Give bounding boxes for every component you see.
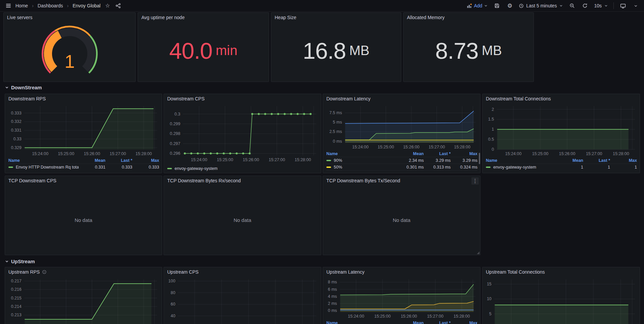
legend-series-name[interactable]: 99% xyxy=(326,172,397,172)
legend-column-mean[interactable]: Mean xyxy=(397,321,424,324)
legend-column-max[interactable]: Max xyxy=(132,158,159,163)
panel-header[interactable]: Downstream CPS xyxy=(164,94,321,103)
legend-column-name[interactable]: Name xyxy=(8,158,79,163)
legend-scrollbar[interactable] xyxy=(479,153,480,164)
legend-value: 0.313 ms xyxy=(424,165,451,170)
upstream-rps-chart[interactable]: 0.2170.2160.2150.2140.213 xyxy=(6,277,160,324)
legend-column-mean[interactable]: Mean xyxy=(556,158,583,163)
legend-series-label: 50% xyxy=(334,165,342,170)
legend-series-name[interactable]: 90% xyxy=(326,158,397,163)
upstream-cps-chart[interactable]: 100806040 xyxy=(165,277,320,324)
stat-value-container: 8.73 MB xyxy=(404,22,534,79)
navbar-left: Home › Dashboards › Envoy Global ☆ xyxy=(5,2,122,9)
panel-header[interactable]: TCP Downstream Bytes Rx/second xyxy=(164,176,321,185)
panel-header[interactable]: Allocated Memory xyxy=(404,13,534,22)
panel-header[interactable]: Upstream CPS xyxy=(164,267,321,277)
panel-title: Avg uptime per node xyxy=(141,15,185,20)
legend-column-last[interactable]: Last * xyxy=(424,151,451,156)
svg-text:0.332: 0.332 xyxy=(11,119,21,124)
legend-row[interactable]: 99%4.89 ms8 ms8 ms xyxy=(326,170,477,172)
panel-downstream-cps: Downstream CPS 15:24:0015:25:0015:26:001… xyxy=(164,94,321,173)
no-data-message: No data xyxy=(323,185,480,255)
stat-unit: MB xyxy=(482,43,502,58)
downstream-cps-chart[interactable]: 15:24:0015:25:0015:26:0015:27:0015:28:00… xyxy=(165,103,320,164)
panel-header[interactable]: Downstream Latency xyxy=(323,94,480,103)
svg-text:15:28:00: 15:28:00 xyxy=(136,151,152,156)
svg-text:15:28:00: 15:28:00 xyxy=(454,314,470,319)
downstream-rps-chart[interactable]: 15:24:0015:25:0015:26:0015:27:0015:28:00… xyxy=(6,103,160,157)
zoom-out-time-icon[interactable] xyxy=(568,2,576,9)
legend-column-name[interactable]: Name xyxy=(326,151,397,156)
svg-text:15:24:00: 15:24:00 xyxy=(505,151,522,156)
panel-upstream-cps: Upstream CPS 100806040 xyxy=(164,267,321,324)
upstream-total-connections-chart[interactable]: 15105 xyxy=(484,277,638,324)
svg-text:0.299: 0.299 xyxy=(170,122,180,126)
no-data-message: No data xyxy=(164,185,321,255)
downstream-latency-chart[interactable]: 15:24:0015:25:0015:26:0015:27:0015:28:00… xyxy=(324,103,479,151)
chevron-down-icon xyxy=(484,4,488,8)
legend-column-name[interactable]: Name xyxy=(326,321,397,324)
settings-gear-icon[interactable]: ⚙ xyxy=(506,2,513,9)
panel-menu-kebab-icon[interactable]: ⋮ xyxy=(471,177,479,185)
svg-text:0.217: 0.217 xyxy=(11,279,21,283)
refresh-interval-picker[interactable]: 10s xyxy=(594,3,608,8)
time-range-picker[interactable]: Last 5 minutes xyxy=(519,3,563,8)
svg-text:0.3: 0.3 xyxy=(175,112,180,117)
svg-text:2 ms: 2 ms xyxy=(328,301,337,306)
legend-row[interactable]: Envoy HTTP Downstream Rq total0.3310.333… xyxy=(8,164,159,170)
legend-column-max[interactable]: Max xyxy=(451,151,477,156)
legend-series-label: 99% xyxy=(334,172,342,172)
legend-item[interactable]: envoy-gateway-system xyxy=(167,166,218,171)
panel-upstream-total-connections: Upstream Total Connections 15105 xyxy=(482,267,640,324)
legend-column-mean[interactable]: Mean xyxy=(79,158,105,163)
downstream-total-connections-chart[interactable]: 15:24:0015:25:0015:26:0015:27:0015:28:00… xyxy=(484,103,638,157)
section-row-upstream[interactable]: UpStream xyxy=(5,259,35,264)
legend-row[interactable]: envoy-gateway-system111 xyxy=(486,164,637,170)
add-label: Add xyxy=(474,3,482,8)
panel-header[interactable]: TCP Downstream CPS xyxy=(5,176,162,185)
save-dashboard-icon[interactable] xyxy=(493,2,501,9)
upstream-latency-chart[interactable]: 15:24:0015:25:0015:26:0015:27:0015:28:00… xyxy=(324,277,479,320)
panel-header[interactable]: Downstream Total Connections xyxy=(482,94,640,103)
share-icon[interactable] xyxy=(114,2,122,9)
legend-series-name[interactable]: Envoy HTTP Downstream Rq total xyxy=(8,165,79,170)
legend-value: 0.331 xyxy=(79,165,105,170)
chart-svg: 15105 xyxy=(484,277,638,324)
panel-header[interactable]: TCP Downstream Bytes Tx/Second xyxy=(323,176,480,185)
svg-text:0.216: 0.216 xyxy=(11,287,21,292)
legend-column-max[interactable]: Max xyxy=(610,158,637,163)
refresh-icon[interactable] xyxy=(581,2,589,9)
menu-toggle-button[interactable] xyxy=(5,2,12,9)
panel-header[interactable]: Upstream Latency xyxy=(323,267,480,277)
legend-series-name[interactable]: 50% xyxy=(326,165,397,170)
breadcrumb-home[interactable]: Home xyxy=(15,3,28,8)
legend-column-last[interactable]: Last * xyxy=(424,321,451,324)
panel-header[interactable]: Live servers xyxy=(4,13,135,22)
panel-header[interactable]: Avg uptime per node xyxy=(138,13,269,22)
legend-column-name[interactable]: Name xyxy=(486,158,556,163)
legend-column-last[interactable]: Last * xyxy=(105,158,132,163)
panel-header[interactable]: Downstream RPS xyxy=(5,94,162,103)
legend-column-max[interactable]: Max xyxy=(451,321,477,324)
section-row-downstream[interactable]: DownStream xyxy=(5,85,42,90)
legend-series-name[interactable]: envoy-gateway-system xyxy=(486,165,556,170)
legend-column-last[interactable]: Last * xyxy=(583,158,610,163)
tv-mode-icon[interactable] xyxy=(619,2,627,9)
svg-text:15:26:00: 15:26:00 xyxy=(243,157,259,162)
svg-text:15:27:00: 15:27:00 xyxy=(427,314,444,319)
svg-text:0.331: 0.331 xyxy=(11,128,21,133)
panel-header[interactable]: Upstream Total Connections xyxy=(482,267,640,277)
chevron-down-icon[interactable] xyxy=(632,2,639,9)
legend-row[interactable]: 50%0.301 ms0.313 ms0.324 ms xyxy=(326,164,477,170)
panel-header[interactable]: Heap Size xyxy=(271,13,401,22)
panel-resize-handle[interactable] xyxy=(477,251,479,254)
info-icon[interactable] xyxy=(42,270,47,274)
legend-row[interactable]: 90%2.34 ms3.29 ms3.29 ms xyxy=(326,157,477,164)
add-panel-button[interactable]: Add xyxy=(467,3,488,8)
breadcrumb-dashboards[interactable]: Dashboards xyxy=(38,3,63,8)
svg-text:0.215: 0.215 xyxy=(11,296,21,300)
legend-value: 2.34 ms xyxy=(397,158,424,163)
favorite-star-icon[interactable]: ☆ xyxy=(104,2,111,9)
legend-column-mean[interactable]: Mean xyxy=(397,151,424,156)
panel-header[interactable]: Upstream RPS xyxy=(5,267,162,277)
